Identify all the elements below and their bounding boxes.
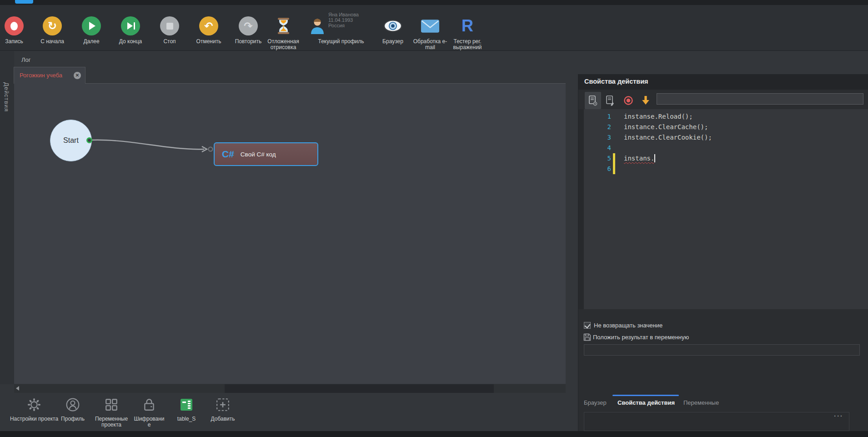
browser-button[interactable]: Браузер <box>368 5 418 51</box>
add-button[interactable]: Добавить <box>198 393 248 431</box>
profile-info: Яна Иванова 11.04.1993 Россия <box>328 12 359 28</box>
project-tab-title: Рогожкин учеба <box>20 72 62 79</box>
button-label: Отложенная отрисовка <box>261 39 305 50</box>
panel-search-input[interactable] <box>657 93 863 105</box>
email-processing-button[interactable]: Обработка e-mail <box>411 5 449 51</box>
code-line: 4 <box>578 143 868 153</box>
actions-panel-tab[interactable]: Действия <box>3 82 10 112</box>
add-icon <box>215 397 231 412</box>
project-tab[interactable]: Рогожкин учеба ✕ <box>14 67 85 84</box>
button-label: Тестер рег. выражений <box>447 39 488 50</box>
log-panel-tab[interactable]: Лог <box>21 56 31 63</box>
main-toolbar: Запись ↻ С начала Далее До конца Стоп ↶ … <box>0 5 868 51</box>
action-properties-panel: Свойства действия <box>578 74 868 437</box>
file-menu-tab[interactable] <box>15 0 33 4</box>
code-line: 3 instance.ClearCookie(); <box>578 132 868 143</box>
stop-icon <box>160 16 179 35</box>
floppy-icon <box>583 333 591 341</box>
close-icon[interactable]: ✕ <box>74 72 81 79</box>
envelope-icon <box>421 16 440 35</box>
regex-tester-button[interactable]: R Тестер рег. выражений <box>447 5 488 51</box>
flow-canvas[interactable]: Start C# Свой C# код <box>14 83 566 384</box>
insert-down-arrow-button[interactable] <box>637 92 654 109</box>
start-node[interactable]: Start <box>50 120 92 161</box>
panel-toolbar <box>578 90 868 111</box>
scroll-left-icon[interactable] <box>16 386 19 391</box>
person-icon <box>308 16 327 35</box>
code-line: 2 instance.ClearCache(); <box>578 122 868 132</box>
toolbar-label: Переменные проекта <box>86 416 136 428</box>
button-label: Браузер <box>368 39 418 45</box>
result-variable-input[interactable] <box>584 344 860 356</box>
undo-icon: ↶ <box>199 16 218 35</box>
panel-footer-box: ... <box>584 412 849 431</box>
regex-r-icon: R <box>458 16 477 35</box>
record-icon <box>5 16 24 35</box>
panel-title: Свойства действия <box>584 78 648 85</box>
button-label: Обработка e-mail <box>411 39 449 50</box>
toolbar-label: Добавить <box>198 416 248 422</box>
person-circle-icon <box>65 397 80 412</box>
checkbox-checked-icon[interactable] <box>584 322 591 329</box>
tab-browser[interactable]: Браузер <box>584 399 607 406</box>
restart-icon: ↻ <box>43 16 62 35</box>
panel-title-bar: Свойства действия <box>578 74 868 90</box>
play-to-end-icon <box>121 16 140 35</box>
csharp-code-block[interactable]: C# Свой C# код <box>214 142 318 166</box>
checkbox-label: Не возвращать значение <box>594 322 662 329</box>
play-icon <box>82 16 101 35</box>
text-cursor <box>654 154 655 162</box>
tab-variables[interactable]: Переменные <box>683 399 719 406</box>
title-bar <box>0 0 868 5</box>
csharp-block-label: Свой C# код <box>241 151 276 158</box>
redo-icon: ↷ <box>239 16 258 35</box>
hscrollbar-thumb[interactable] <box>225 384 494 393</box>
grid-icon <box>104 397 119 412</box>
code-settings-button[interactable] <box>585 92 601 109</box>
csharp-badge: C# <box>222 149 234 160</box>
record-action-button[interactable] <box>620 92 637 109</box>
gear-icon <box>26 397 42 412</box>
encryption-button[interactable]: Шифрование <box>133 393 165 431</box>
tab-action-properties[interactable]: Свойства действия <box>617 399 675 406</box>
toolbar-label: Шифрование <box>133 416 165 428</box>
active-tab-indicator <box>612 395 679 396</box>
start-node-output-port[interactable] <box>86 137 92 143</box>
table-icon <box>179 397 194 412</box>
code-line: 1 instanse.Reload(); <box>578 111 868 122</box>
save-result-label: Положить результат в переменную <box>593 334 689 341</box>
code-line: 5 instans. <box>578 153 868 164</box>
code-edit-button[interactable] <box>602 92 618 109</box>
left-dock: Действия <box>0 51 14 384</box>
project-toolbar: Настройки проекта Профиль Переменные про… <box>0 393 578 431</box>
code-editor[interactable]: 1 instanse.Reload(); 2 instance.ClearCac… <box>578 109 868 309</box>
lock-icon <box>141 397 157 412</box>
connector-line <box>14 84 566 384</box>
code-line: 6 <box>578 164 868 174</box>
status-strip <box>0 431 868 437</box>
project-variables-button[interactable]: Переменные проекта <box>86 393 136 431</box>
deferred-render-button[interactable]: Отложенная отрисовка <box>261 5 305 51</box>
canvas-hscrollbar[interactable] <box>14 384 566 393</box>
hourglass-icon <box>274 16 293 35</box>
eye-icon <box>383 16 402 35</box>
more-options-button[interactable]: ... <box>834 411 843 418</box>
